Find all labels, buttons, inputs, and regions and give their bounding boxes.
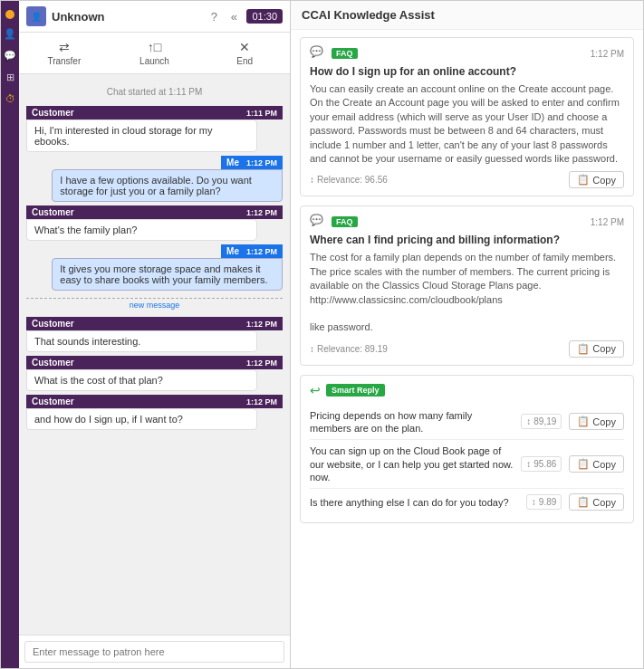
status-dot (5, 10, 14, 19)
faq-footer: ↕ Relevance: 96.56 📋 Copy (310, 171, 624, 188)
smart-reply-header: ↩ Smart Reply (310, 383, 624, 397)
message-row: Customer 1:12 PM That sounds interesting… (26, 317, 283, 352)
score-icon: ↕ (526, 459, 531, 469)
knowledge-header: CCAI Knowledge Assist (291, 1, 643, 30)
faq-footer: ↕ Relevance: 89.19 📋 Copy (310, 340, 624, 358)
person-icon[interactable]: 👤 (3, 26, 17, 41)
chat-started: Chat started at 1:11 PM (26, 87, 283, 97)
timer-badge: 01:30 (246, 9, 283, 24)
relevance-icon: ↕ (310, 175, 314, 185)
copy-icon: 📋 (577, 343, 590, 355)
sender-name: Customer (32, 319, 74, 329)
grid-icon[interactable]: ⊞ (3, 70, 17, 84)
relevance-badge: ↕ Relevance: 89.19 (310, 344, 388, 354)
message-label: Me 1:12 PM (221, 156, 283, 169)
copy-label: Copy (592, 459, 616, 470)
launch-button[interactable]: ↑□ Launch (110, 36, 200, 70)
smart-reply-score: ↕ 95.86 (521, 456, 562, 472)
faq-badge: FAQ (332, 216, 358, 227)
end-icon: ✕ (239, 40, 250, 54)
smart-reply-item-2: You can sign up on the Cloud Book page o… (310, 440, 624, 489)
faq-badge: FAQ (332, 48, 358, 59)
chat-messages: Chat started at 1:11 PM Customer 1:11 PM… (19, 74, 290, 635)
faq-card-2: 💬 FAQ 1:12 PM Where can I find pricing a… (300, 205, 634, 365)
message-label: Customer 1:12 PM (26, 317, 283, 330)
copy-label: Copy (592, 343, 616, 354)
message-time: 1:12 PM (246, 358, 277, 368)
copy-button-smart2[interactable]: 📋 Copy (569, 455, 624, 473)
timer-icon[interactable]: ⏱ (3, 91, 17, 106)
smart-reply-item-1: Pricing depends on how many family membe… (310, 405, 624, 441)
copy-icon: 📋 (577, 458, 590, 470)
launch-icon: ↑□ (148, 40, 161, 54)
knowledge-content: 💬 FAQ 1:12 PM How do I sign up for an on… (291, 30, 643, 668)
transfer-icon: ⇄ (59, 40, 70, 54)
chat-input[interactable] (24, 641, 284, 663)
message-time: 1:12 PM (246, 397, 277, 406)
smart-reply-score: ↕ 9.89 (526, 494, 562, 510)
message-row: Customer 1:12 PM What's the family plan? (26, 205, 283, 241)
message-time: 1:11 PM (246, 109, 277, 118)
faq-header-left: 💬 FAQ (310, 45, 358, 62)
message-row: Customer 1:12 PM What is the cost of tha… (26, 356, 283, 391)
message-bubble: and how do I sign up, if I want to? (26, 408, 257, 430)
message-time: 1:12 PM (246, 320, 277, 329)
chat-toolbar: ⇄ Transfer ↑□ Launch ✕ End (19, 33, 290, 74)
relevance-value: Relevance: 89.19 (317, 344, 388, 354)
smart-reply-text: Is there anything else I can do for you … (310, 496, 519, 509)
message-row: Customer 1:12 PM and how do I sign up, i… (26, 395, 283, 430)
smart-reply-section: ↩ Smart Reply Pricing depends on how man… (300, 375, 634, 523)
message-time: 1:12 PM (246, 247, 277, 256)
smart-reply-score: ↕ 89,19 (521, 414, 562, 429)
customer-name: Unknown (52, 10, 105, 24)
copy-label: Copy (592, 497, 616, 508)
relevance-value: Relevance: 96.56 (317, 175, 388, 185)
message-row: Me 1:12 PM I have a few options availabl… (26, 156, 283, 202)
score-icon: ↕ (526, 416, 531, 426)
score-value: 9.89 (539, 497, 556, 507)
chat-header-right: ? « 01:30 (207, 9, 283, 24)
sender-name: Me (226, 246, 239, 256)
copy-button-smart1[interactable]: 📋 Copy (569, 413, 624, 430)
smart-reply-text: You can sign up on the Cloud Book page o… (310, 444, 514, 483)
faq-time: 1:12 PM (591, 49, 624, 59)
faq-time: 1:12 PM (591, 217, 624, 227)
smart-reply-item-3: Is there anything else I can do for you … (310, 489, 624, 515)
new-message-separator: new message (26, 298, 283, 310)
copy-label: Copy (592, 416, 616, 427)
faq-question: Where can I find pricing and billing inf… (310, 234, 624, 246)
sender-name: Customer (32, 397, 74, 406)
knowledge-panel: CCAI Knowledge Assist 💬 FAQ 1:12 PM How … (291, 1, 643, 668)
transfer-label: Transfer (47, 56, 81, 66)
faq-card-header: 💬 FAQ 1:12 PM (310, 45, 624, 62)
sidebar: 👤 💬 ⊞ ⏱ (1, 1, 19, 668)
collapse-icon[interactable]: « (226, 9, 241, 24)
message-label: Me 1:12 PM (221, 244, 283, 258)
smart-reply-badge: Smart Reply (326, 384, 385, 397)
message-label: Customer 1:12 PM (26, 395, 283, 408)
copy-button-smart3[interactable]: 📋 Copy (569, 493, 624, 511)
copy-label: Copy (592, 175, 616, 186)
transfer-button[interactable]: ⇄ Transfer (19, 36, 110, 70)
chat-icon[interactable]: 💬 (3, 48, 17, 62)
faq-header-left: 💬 FAQ (310, 214, 358, 230)
faq-answer: The cost for a family plan depends on th… (310, 251, 624, 334)
message-bubble: What is the cost of that plan? (26, 369, 257, 391)
end-button[interactable]: ✕ End (199, 36, 290, 70)
smart-reply-icon: ↩ (310, 383, 321, 397)
copy-button-faq2[interactable]: 📋 Copy (569, 340, 624, 358)
score-icon: ↕ (532, 497, 536, 507)
relevance-badge: ↕ Relevance: 96.56 (310, 175, 388, 185)
chat-panel: 👤 Unknown ? « 01:30 ⇄ Transfer ↑□ Launch… (19, 1, 291, 668)
chat-header-left: 👤 Unknown (26, 6, 105, 26)
message-label: Customer 1:12 PM (26, 205, 283, 219)
copy-button-faq1[interactable]: 📋 Copy (569, 171, 624, 188)
message-time: 1:12 PM (246, 158, 277, 167)
message-time: 1:12 PM (246, 208, 277, 217)
relevance-icon: ↕ (310, 344, 314, 354)
launch-label: Launch (139, 56, 169, 66)
message-bubble: I have a few options available. Do you w… (52, 169, 283, 202)
message-row: Me 1:12 PM It gives you more storage spa… (26, 244, 283, 291)
sender-name: Customer (32, 207, 74, 217)
help-icon[interactable]: ? (207, 9, 221, 24)
